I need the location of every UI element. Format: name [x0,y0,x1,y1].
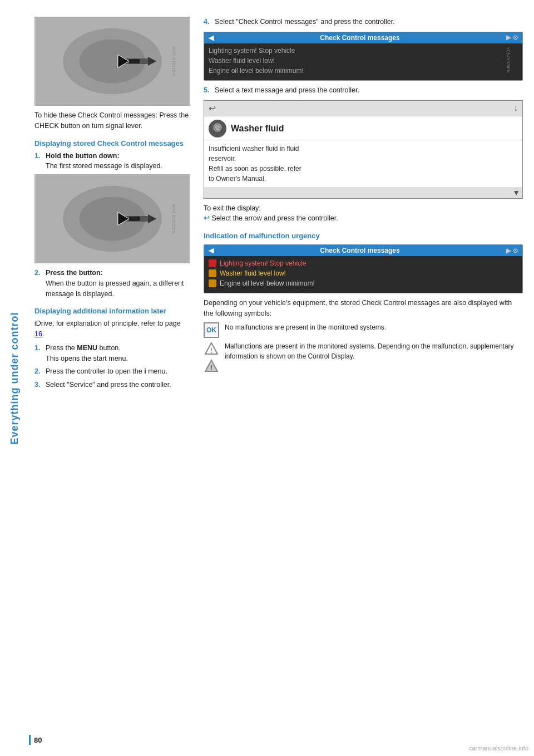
triangle-warn-icon [209,279,216,287]
washer-fluid-icon [209,120,226,138]
screen1-arrows: ▶ ⊙ [506,34,518,41]
warn-triangle-box-2: ! [204,359,219,374]
step2-item: 2. Press the button: When the button is … [34,268,190,299]
screen3-arrow-right: ▶ [506,247,511,254]
screen1-arrow-right: ▶ [506,34,511,41]
step4-num-right: 4. [204,17,211,27]
urgency-row2: Washer fluid level low! [209,268,518,278]
screen1-row1: Lighting system! Stop vehicle [209,46,518,56]
washer-body-text: Insufficient washer fluid in fluid reser… [209,144,518,184]
screen1-watermark: YCB-01579EN [507,47,511,72]
screen1-body: Lighting system! Stop vehicle Washer flu… [204,43,522,80]
washer-footer: ▼ [204,187,522,198]
step5-item-right: 5. Select a text message and press the c… [204,85,523,96]
step3-text: Press the MENU button. This opens the st… [46,343,128,364]
screen3-body: Lighting system! Stop vehicle Washer flu… [204,256,522,293]
red-warn-icon [209,259,216,267]
sidebar-text: Everything under control [9,312,21,444]
screen1-arrow-left: ◀ [209,34,214,42]
ok-symbol: OK [206,326,216,334]
screen1-header: ◀ Check Control messages ▶ ⊙ [204,32,522,43]
yellow-warn-icon [209,269,216,277]
right-column: 4. Select "Check Control messages" and p… [204,17,523,393]
step3-sub: This opens the start menu. [46,355,128,362]
step2-text: Press the button: When the button is pre… [46,268,190,299]
left-column: WYC-01631EN To hide these Check Control … [34,17,190,393]
screen3-icon: ⊙ [513,247,518,254]
image-watermark-1: WYC-01631EN [172,46,176,76]
screen3-arrows: ▶ ⊙ [506,247,518,254]
step4-item-left: 2. Press the controller to open the i me… [34,366,190,377]
watermark: carmanualsonline.info [469,745,528,752]
image-watermark-2: WYC-01632EN [172,204,176,233]
washer-fluid-screen: ↩ ↓ Washer fluid Insufficient washer flu… [204,100,523,199]
step2-detail: When the button is pressed again, a diff… [46,279,184,298]
step5-num-left: 3. [34,380,42,390]
step4-text-left: Press the controller to open the i menu. [46,366,167,377]
step3-item: 1. Press the MENU button. This opens the… [34,343,190,364]
page-num-text: 80 [34,736,42,744]
screen1-title: Check Control messages [320,34,399,42]
sidebar-label: Everything under control [0,0,29,756]
check-control-screen-1: ◀ Check Control messages ▶ ⊙ Lighting sy… [204,32,523,81]
washer-title-row: Washer fluid [204,116,522,140]
step4-item-right: 4. Select "Check Control messages" and p… [204,17,523,27]
warn-symbol-text: Malfunctions are present in the monitore… [225,341,523,361]
step3-num: 1. [34,343,42,364]
washer-title-text: Washer fluid [231,124,284,134]
screen3-header: ◀ Check Control messages ▶ ⊙ [204,245,522,256]
urgency-intro-text: Depending on your vehicle's equipment, t… [204,298,523,319]
step2-bold: Press the button: [46,269,103,277]
urgency-row3: Engine oil level below minimum! [209,278,518,288]
step1-text: Hold the button down: The first stored m… [46,151,162,172]
scroll-arrow-icon: ▼ [512,188,520,197]
screen1-row2: Washer fluid level low! [209,56,518,66]
car-image-1: WYC-01631EN [34,17,190,106]
step4-text-right: Select "Check Control messages" and pres… [215,17,395,27]
svg-text:!: ! [210,347,212,355]
step1-item: 1. Hold the button down: The first store… [34,151,190,172]
step5-num-right: 5. [204,85,211,96]
urgency-row1: Lighting system! Stop vehicle [209,258,518,268]
svg-rect-15 [216,127,219,130]
washer-body: Insufficient washer fluid in fluid reser… [204,140,522,187]
step1-num: 1. [34,151,42,172]
section3-heading: Indication of malfunction urgency [204,232,523,240]
section2-intro: iDrive, for explanation of principle, re… [34,318,190,340]
symbol-warn-row: ! ! Malfunctions are present in the moni… [204,341,523,374]
screen1-row3: Engine oil level below minimum! [209,66,518,76]
svg-text:!: ! [210,364,212,372]
page-number: 80 [29,735,42,745]
step5-text-left: Select "Service" and press the controlle… [46,380,171,390]
down-arrow-icon: ↓ [513,103,518,113]
page-blue-bar [29,735,31,745]
symbol-ok-row: OK No malfunctions are present in the mo… [204,322,523,338]
back-arrow-exit: ↩ [204,214,211,222]
warn-triangle-box-1: ! [204,341,219,357]
section2-heading: Displaying additional information later [34,307,190,315]
exit-label: To exit the display: ↩ Select the arrow … [204,203,523,224]
screen3-arrow-left: ◀ [209,247,214,254]
ok-symbol-box: OK [204,322,219,338]
step1-bold: Hold the button down: [46,152,120,160]
car-image-2: WYC-01632EN [34,174,190,263]
screen1-icon: ⊙ [513,34,518,41]
washer-header: ↩ ↓ [204,101,522,116]
step5-text-right: Select a text message and press the cont… [215,85,359,96]
svg-rect-13 [129,217,140,221]
urgency-screen: ◀ Check Control messages ▶ ⊙ Lighting sy… [204,244,523,293]
step5-item-left: 3. Select "Service" and press the contro… [34,380,190,390]
screen3-title: Check Control messages [320,247,399,254]
step4-num-left: 2. [34,366,42,377]
step1-detail: The first stored message is displayed. [46,162,162,170]
svg-rect-6 [129,59,140,63]
section1-heading: Displaying stored Check Control messages [34,139,190,148]
ok-symbol-text: No malfunctions are present in the monit… [225,322,386,332]
back-arrow-icon: ↩ [209,103,216,114]
step2-num: 2. [34,268,42,299]
page-link[interactable]: 16 [34,330,42,338]
intro-text: To hide these Check Control messages: Pr… [34,110,190,131]
